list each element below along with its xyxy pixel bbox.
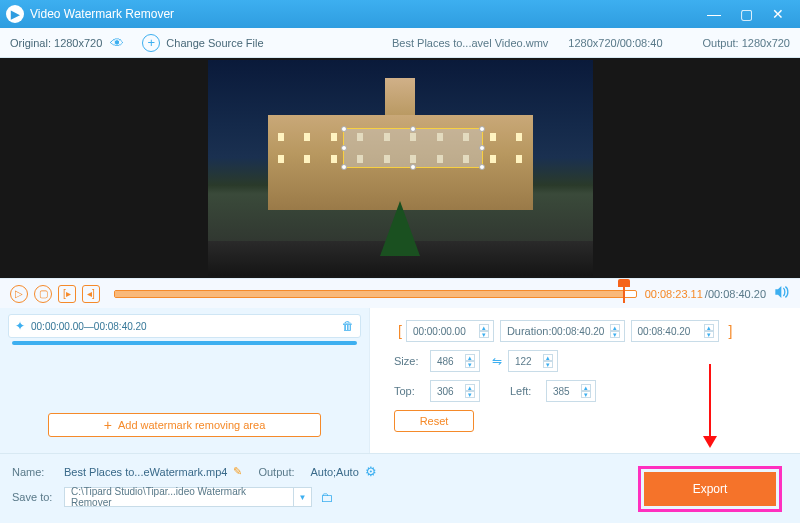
video-preview bbox=[0, 58, 800, 278]
preview-toggle-icon[interactable]: 👁 bbox=[110, 35, 124, 51]
export-highlight: Export bbox=[638, 466, 782, 512]
change-source-button[interactable]: Change Source File bbox=[166, 37, 263, 49]
left-input[interactable]: 385 ▴▾ bbox=[546, 380, 596, 402]
top-input[interactable]: 306 ▴▾ bbox=[430, 380, 480, 402]
bottom-bar: Name: Best Places to...eWatermark.mp4 ✎ … bbox=[0, 453, 800, 523]
clip-end: 00:08:40.20 bbox=[94, 321, 147, 332]
watermark-selection[interactable] bbox=[343, 128, 483, 168]
output-format: Auto;Auto bbox=[310, 466, 358, 478]
reset-button[interactable]: Reset bbox=[394, 410, 474, 432]
link-aspect-icon[interactable]: ⇋ bbox=[492, 354, 502, 368]
settings-icon[interactable]: ⚙ bbox=[365, 464, 377, 479]
timeline-fill bbox=[115, 291, 623, 297]
original-dimensions: Original: 1280x720 bbox=[10, 37, 102, 49]
total-time: /00:08:40.20 bbox=[705, 288, 766, 300]
duration-label: Duration: bbox=[507, 325, 552, 337]
delete-clip-icon[interactable]: 🗑 bbox=[342, 319, 354, 333]
width-input[interactable]: 486 ▴▾ bbox=[430, 350, 480, 372]
source-dim-duration: 1280x720/00:08:40 bbox=[568, 37, 662, 49]
output-dimensions: Output: 1280x720 bbox=[703, 37, 790, 49]
plus-icon: + bbox=[104, 417, 112, 433]
saveto-label: Save to: bbox=[12, 491, 64, 503]
spin-down[interactable]: ▾ bbox=[465, 391, 475, 398]
spin-down[interactable]: ▾ bbox=[543, 361, 553, 368]
clip-item[interactable]: ✦ 00:00:00.00 — 00:08:40.20 🗑 bbox=[8, 314, 361, 338]
range-start-input[interactable]: 00:00:00.00 ▴▾ bbox=[406, 320, 494, 342]
export-button[interactable]: Export bbox=[644, 472, 776, 506]
resize-handle[interactable] bbox=[479, 164, 485, 170]
top-label: Top: bbox=[394, 385, 430, 397]
toolbar: Original: 1280x720 👁 + Change Source Fil… bbox=[0, 28, 800, 58]
titlebar: ▶ Video Watermark Remover — ▢ ✕ bbox=[0, 0, 800, 28]
output-name: Best Places to...eWatermark.mp4 bbox=[64, 466, 227, 478]
spin-up[interactable]: ▴ bbox=[704, 324, 714, 331]
wand-icon: ✦ bbox=[15, 319, 25, 333]
spin-down[interactable]: ▾ bbox=[581, 391, 591, 398]
resize-handle[interactable] bbox=[410, 126, 416, 132]
size-label: Size: bbox=[394, 355, 430, 367]
annotation-arrow bbox=[703, 364, 717, 448]
clip-sep: — bbox=[84, 321, 94, 332]
bracket-left-icon[interactable]: [ bbox=[394, 323, 406, 339]
source-filename: Best Places to...avel Video.wmv bbox=[392, 37, 548, 49]
spin-up[interactable]: ▴ bbox=[465, 384, 475, 391]
spin-down[interactable]: ▾ bbox=[704, 331, 714, 338]
spin-down[interactable]: ▾ bbox=[610, 331, 620, 338]
current-time: 00:08:23.11 bbox=[645, 288, 703, 300]
duration-input[interactable]: Duration: 00:08:40.20 ▴▾ bbox=[500, 320, 625, 342]
resize-handle[interactable] bbox=[479, 145, 485, 151]
app-icon: ▶ bbox=[6, 5, 24, 23]
spin-up[interactable]: ▴ bbox=[581, 384, 591, 391]
resize-handle[interactable] bbox=[410, 164, 416, 170]
maximize-button[interactable]: ▢ bbox=[730, 6, 762, 22]
name-label: Name: bbox=[12, 466, 64, 478]
playhead[interactable] bbox=[623, 285, 625, 303]
left-label: Left: bbox=[510, 385, 546, 397]
play-button[interactable]: ▷ bbox=[10, 285, 28, 303]
tree bbox=[380, 201, 420, 256]
close-button[interactable]: ✕ bbox=[762, 6, 794, 22]
add-area-label: Add watermark removing area bbox=[118, 419, 265, 431]
properties-panel: [ 00:00:00.00 ▴▾ Duration: 00:08:40.20 ▴… bbox=[370, 308, 800, 453]
timeline-track[interactable] bbox=[114, 290, 637, 298]
edit-name-icon[interactable]: ✎ bbox=[233, 465, 242, 478]
mid-panel: ✦ 00:00:00.00 — 00:08:40.20 🗑 + Add wate… bbox=[0, 308, 800, 453]
spin-up[interactable]: ▴ bbox=[610, 324, 620, 331]
spin-down[interactable]: ▾ bbox=[465, 361, 475, 368]
timeline: ▷ ▢ [▸ ◂] 00:08:23.11 /00:08:40.20 bbox=[0, 278, 800, 308]
add-source-icon[interactable]: + bbox=[142, 34, 160, 52]
mark-out-button[interactable]: ◂] bbox=[82, 285, 100, 303]
clip-start: 00:00:00.00 bbox=[31, 321, 84, 332]
volume-icon[interactable] bbox=[774, 285, 790, 302]
spin-up[interactable]: ▴ bbox=[479, 324, 489, 331]
resize-handle[interactable] bbox=[341, 126, 347, 132]
stop-button[interactable]: ▢ bbox=[34, 285, 52, 303]
spin-up[interactable]: ▴ bbox=[543, 354, 553, 361]
saveto-path[interactable]: C:\Tipard Studio\Tipar...ideo Watermark … bbox=[64, 487, 294, 507]
output-label: Output: bbox=[258, 466, 310, 478]
resize-handle[interactable] bbox=[479, 126, 485, 132]
bracket-right-icon[interactable]: ] bbox=[725, 323, 737, 339]
clip-panel: ✦ 00:00:00.00 — 00:08:40.20 🗑 + Add wate… bbox=[0, 308, 370, 453]
mark-in-button[interactable]: [▸ bbox=[58, 285, 76, 303]
building-tower bbox=[385, 78, 415, 118]
video-frame[interactable] bbox=[208, 60, 593, 276]
open-folder-icon[interactable]: 🗀 bbox=[320, 490, 333, 505]
height-input[interactable]: 122 ▴▾ bbox=[508, 350, 558, 372]
add-area-button[interactable]: + Add watermark removing area bbox=[48, 413, 321, 437]
resize-handle[interactable] bbox=[341, 145, 347, 151]
spin-up[interactable]: ▴ bbox=[465, 354, 475, 361]
spin-down[interactable]: ▾ bbox=[479, 331, 489, 338]
resize-handle[interactable] bbox=[341, 164, 347, 170]
saveto-dropdown[interactable]: ▼ bbox=[294, 487, 312, 507]
app-title: Video Watermark Remover bbox=[30, 7, 698, 21]
range-end-input[interactable]: 00:08:40.20 ▴▾ bbox=[631, 320, 719, 342]
minimize-button[interactable]: — bbox=[698, 6, 730, 22]
